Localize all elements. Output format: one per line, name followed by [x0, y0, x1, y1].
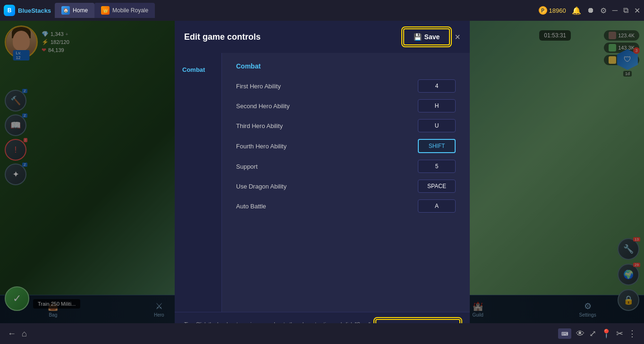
location-icon[interactable]: 📍	[601, 328, 611, 339]
game-tab-icon: 👑	[101, 6, 110, 15]
auto-battle-key-btn[interactable]: A	[418, 199, 456, 213]
top-bar: B BlueStacks 🏠 Home 👑 Mobile Royale P 18…	[0, 0, 644, 21]
modal-title: Edit game controls	[184, 32, 261, 42]
modal-sidebar: Combat	[175, 53, 222, 312]
eye-icon[interactable]: 👁	[576, 329, 585, 339]
keybind-row-first-hero: First Hero Ability 4	[236, 77, 456, 95]
tab-home[interactable]: 🏠 Home	[55, 3, 94, 18]
keybind-row-fourth-hero: Fourth Hero Ability SHIFT	[236, 137, 456, 155]
home-tab-label: Home	[73, 7, 88, 14]
close-modal-button[interactable]: ×	[455, 32, 460, 42]
coins-amount: 18960	[549, 7, 566, 14]
keybind-row-support: Support 5	[236, 158, 456, 175]
edit-controls-modal: Edit game controls 💾 Save × Combat Comba…	[175, 21, 470, 344]
dragon-key-btn[interactable]: SPACE	[418, 180, 456, 193]
topbar-right: P 18960 🔔 ⏺ ⚙ ─ ⧉ ✕	[539, 6, 641, 15]
minimize-icon[interactable]: ─	[612, 6, 618, 15]
support-key-btn[interactable]: 5	[418, 160, 456, 173]
save-label: Save	[424, 33, 440, 41]
tab-game[interactable]: 👑 Mobile Royale	[94, 3, 155, 18]
coins-display: P 18960	[539, 6, 566, 15]
modal-content: Combat First Hero Ability 4 Second Hero …	[222, 53, 470, 312]
save-button[interactable]: 💾 Save	[403, 28, 450, 45]
notification-icon[interactable]: 🔔	[572, 6, 581, 15]
back-icon[interactable]: ←	[8, 329, 16, 339]
record-icon[interactable]: ⏺	[587, 6, 594, 15]
content-section-title: Combat	[236, 62, 456, 70]
restore-icon[interactable]: ⧉	[623, 6, 628, 15]
save-disk-icon: 💾	[414, 33, 422, 41]
close-window-icon[interactable]: ✕	[634, 6, 640, 15]
sidebar-item-combat[interactable]: Combat	[175, 62, 221, 77]
sidebar-combat-label: Combat	[182, 66, 205, 73]
home-tab-icon: 🏠	[61, 6, 70, 15]
home-bottom-icon[interactable]: ⌂	[22, 329, 27, 339]
third-hero-label: Third Hero Ability	[236, 122, 283, 129]
second-hero-label: Second Hero Ability	[236, 103, 289, 110]
keyboard-icon[interactable]: ⌨	[558, 328, 571, 339]
modal-header-actions: 💾 Save ×	[403, 28, 460, 45]
dragon-label: Use Dragon Ability	[236, 183, 287, 190]
fourth-hero-key-btn[interactable]: SHIFT	[418, 139, 456, 153]
coin-icon: P	[539, 6, 547, 15]
screenshot-icon[interactable]: ⤢	[589, 328, 596, 339]
bs-bottom-left: ← ⌂	[8, 329, 27, 339]
bluestacks-bottom-bar: ← ⌂ ⌨ 👁 ⤢ 📍 ✂ ⋮	[0, 323, 644, 344]
bs-logo-icon: B	[4, 5, 15, 16]
more-icon[interactable]: ⋮	[628, 328, 636, 339]
second-hero-key-btn[interactable]: H	[418, 99, 456, 112]
support-label: Support	[236, 163, 258, 170]
app-name: BlueStacks	[18, 7, 51, 14]
keybind-row-auto-battle: Auto Battle A	[236, 198, 456, 215]
modal-header: Edit game controls 💾 Save ×	[175, 21, 470, 53]
auto-battle-label: Auto Battle	[236, 203, 266, 210]
keybind-row-second-hero: Second Hero Ability H	[236, 97, 456, 114]
fourth-hero-label: Fourth Hero Ability	[236, 143, 287, 150]
settings-icon[interactable]: ⚙	[600, 6, 607, 15]
bluestacks-logo: B BlueStacks	[4, 5, 51, 16]
game-tab-label: Mobile Royale	[112, 7, 148, 14]
keybindings-list: First Hero Ability 4 Second Hero Ability…	[236, 77, 456, 215]
first-hero-key-btn[interactable]: 4	[418, 79, 456, 93]
bs-bottom-right: ⌨ 👁 ⤢ 📍 ✂ ⋮	[558, 328, 636, 339]
close-label: ×	[455, 32, 460, 42]
keybind-row-dragon: Use Dragon Ability SPACE	[236, 178, 456, 195]
keybind-row-third-hero: Third Hero Ability U	[236, 117, 456, 134]
scissors-icon[interactable]: ✂	[616, 328, 623, 339]
third-hero-key-btn[interactable]: U	[418, 119, 456, 132]
modal-body: Combat Combat First Hero Ability 4 Secon…	[175, 53, 470, 312]
first-hero-label: First Hero Ability	[236, 83, 281, 90]
